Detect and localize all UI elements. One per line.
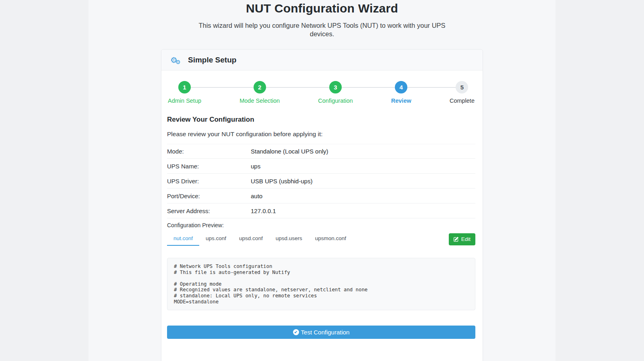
tab-upsmon-conf[interactable]: upsmon.conf xyxy=(309,232,353,246)
check-circle-icon: ✔ xyxy=(293,329,299,335)
step-configuration: 3 Configuration xyxy=(318,81,353,104)
test-configuration-label: Test Configuration xyxy=(301,329,350,336)
review-heading: Review Your Configuration xyxy=(167,116,475,124)
page-title: NUT Configuration Wizard xyxy=(89,1,555,16)
simple-setup-card: ⚙⚙ Simple Setup 1 Admin Setup 2 Mode Sel… xyxy=(161,49,483,361)
review-description: Please review your NUT configuration bef… xyxy=(167,131,475,138)
page-subtitle: This wizard will help you configure Netw… xyxy=(191,21,453,38)
tab-upsd-conf[interactable]: upsd.conf xyxy=(233,232,269,246)
review-table: Mode: Standalone (Local UPS only) UPS Na… xyxy=(167,144,475,218)
config-preview-code: # Network UPS Tools configuration # This… xyxy=(174,263,469,305)
page-column: NUT Configuration Wizard This wizard wil… xyxy=(89,0,555,361)
pencil-square-icon xyxy=(454,237,459,242)
table-row-server-address: Server Address: 127.0.0.1 xyxy=(167,203,475,218)
table-row-mode: Mode: Standalone (Local UPS only) xyxy=(167,144,475,159)
step-complete: 5 Complete xyxy=(450,81,475,104)
step-circle: 1 xyxy=(178,81,191,93)
wizard-stepper: 1 Admin Setup 2 Mode Selection 3 Configu… xyxy=(168,81,475,104)
row-label: Mode: xyxy=(167,148,251,155)
step-admin-setup: 1 Admin Setup xyxy=(168,81,201,104)
gears-icon: ⚙⚙ xyxy=(170,56,182,64)
row-label: Port/Device: xyxy=(167,193,251,199)
tab-ups-conf[interactable]: ups.conf xyxy=(199,232,233,246)
card-header: ⚙⚙ Simple Setup xyxy=(161,50,483,71)
table-row-ups-driver: UPS Driver: USB UPS (usbhid-ups) xyxy=(167,174,475,189)
step-label: Admin Setup xyxy=(168,98,201,104)
tab-upsd-users[interactable]: upsd.users xyxy=(269,232,309,246)
step-label: Mode Selection xyxy=(239,98,280,104)
step-label: Review xyxy=(391,98,411,104)
row-value: 127.0.0.1 xyxy=(251,207,276,214)
step-circle: 4 xyxy=(395,81,407,93)
card-body: 1 Admin Setup 2 Mode Selection 3 Configu… xyxy=(161,71,483,361)
config-file-tabs: nut.conf ups.conf upsd.conf upsd.users u… xyxy=(167,232,475,246)
tab-nut-conf[interactable]: nut.conf xyxy=(167,232,199,246)
table-row-port-device: Port/Device: auto xyxy=(167,189,475,203)
step-mode-selection: 2 Mode Selection xyxy=(239,81,280,104)
step-circle: 5 xyxy=(456,81,468,93)
card-header-title: Simple Setup xyxy=(188,56,236,64)
config-preview-box: # Network UPS Tools configuration # This… xyxy=(167,258,475,310)
step-review: 4 Review xyxy=(391,81,411,104)
step-label: Configuration xyxy=(318,98,353,104)
edit-button-label: Edit xyxy=(461,236,471,242)
row-value: ups xyxy=(251,163,260,170)
row-value: auto xyxy=(251,193,262,199)
row-label: Server Address: xyxy=(167,207,251,214)
step-circle: 3 xyxy=(329,81,342,93)
row-label: UPS Name: xyxy=(167,163,251,170)
row-value: Standalone (Local UPS only) xyxy=(251,148,328,155)
row-value: USB UPS (usbhid-ups) xyxy=(251,178,312,185)
configuration-preview-label: Configuration Preview: xyxy=(167,222,475,228)
test-configuration-button[interactable]: ✔ Test Configuration xyxy=(167,326,475,339)
step-circle: 2 xyxy=(254,81,266,93)
table-row-ups-name: UPS Name: ups xyxy=(167,159,475,174)
edit-button[interactable]: Edit xyxy=(449,233,475,245)
step-label: Complete xyxy=(450,98,475,104)
row-label: UPS Driver: xyxy=(167,178,251,185)
